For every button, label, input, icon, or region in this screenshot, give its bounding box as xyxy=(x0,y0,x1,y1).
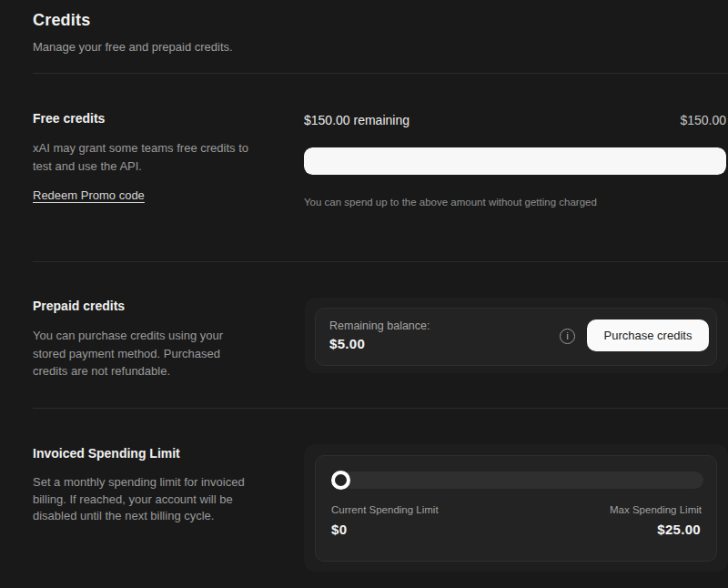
free-credits-note: You can spend up to the above amount wit… xyxy=(304,197,597,208)
prepaid-credits-description: You can purchase credits using your stor… xyxy=(33,327,249,380)
invoiced-spending-limit-heading: Invoiced Spending Limit xyxy=(33,446,180,461)
free-credits-total: $150.00 xyxy=(680,113,726,127)
page-subtitle: Manage your free and prepaid credits. xyxy=(33,40,233,54)
spending-limit-slider-track[interactable] xyxy=(331,471,703,489)
section-divider-1 xyxy=(33,261,728,262)
max-spending-limit-value: $25.00 xyxy=(657,522,701,537)
current-spending-limit-label: Current Spending Limit xyxy=(331,504,439,515)
free-credits-remaining: $150.00 remaining xyxy=(304,113,410,127)
credits-settings-page: Credits Manage your free and prepaid cre… xyxy=(0,0,728,588)
max-spending-limit-label: Max Spending Limit xyxy=(610,504,702,515)
spending-limit-slider-handle[interactable] xyxy=(331,471,350,490)
prepaid-credits-heading: Prepaid credits xyxy=(33,299,125,313)
free-credits-heading: Free credits xyxy=(33,111,105,126)
redeem-promo-code-link[interactable]: Redeem Promo code xyxy=(33,188,145,202)
invoiced-spending-limit-description: Set a monthly spending limit for invoice… xyxy=(33,474,265,525)
page-title: Credits xyxy=(33,11,90,30)
purchase-credits-button[interactable]: Purchase credits xyxy=(587,319,709,351)
free-credits-progress-bar xyxy=(304,147,726,175)
free-credits-progress-fill xyxy=(304,147,726,175)
info-circle-icon[interactable]: i xyxy=(560,329,575,344)
prepaid-credits-card: Remaining balance: $5.00 i Purchase cred… xyxy=(305,298,728,373)
remaining-balance-label: Remaining balance: xyxy=(329,319,430,332)
section-divider-2 xyxy=(33,408,728,409)
free-credits-description: xAI may grant some teams free credits to… xyxy=(33,139,260,176)
current-spending-limit-value: $0 xyxy=(331,522,347,537)
invoiced-spending-limit-card: Current Spending Limit Max Spending Limi… xyxy=(304,444,728,572)
prepaid-balance-panel: Remaining balance: $5.00 i Purchase cred… xyxy=(315,308,717,366)
header-divider xyxy=(33,73,728,74)
spending-limit-panel: Current Spending Limit Max Spending Limi… xyxy=(315,455,717,562)
remaining-balance-value: $5.00 xyxy=(329,336,365,351)
